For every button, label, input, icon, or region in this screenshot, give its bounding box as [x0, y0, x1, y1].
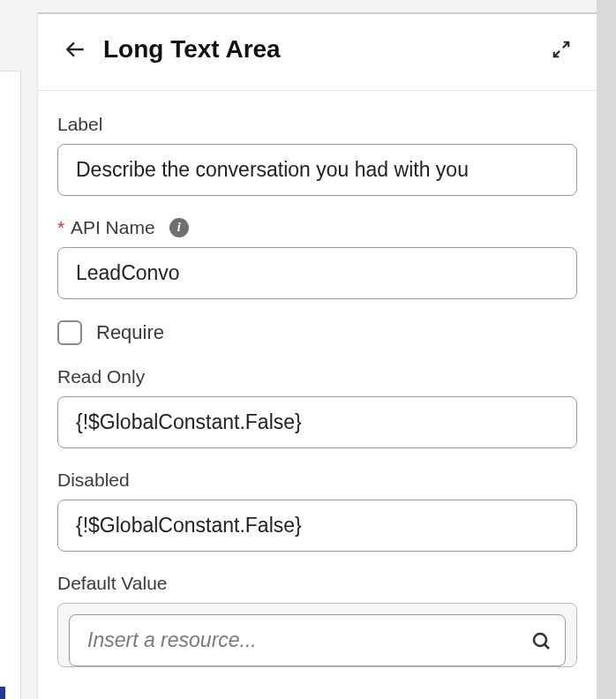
expand-icon [552, 40, 571, 59]
default-value-input-row [69, 614, 566, 666]
api-name-label-text: API Name [71, 217, 155, 237]
require-field-group: Require [57, 320, 577, 345]
require-label: Require [96, 321, 164, 344]
label-field-label: Label [57, 114, 577, 135]
label-input[interactable] [57, 144, 577, 196]
property-panel: Long Text Area Label * API Name i Requir… [37, 12, 597, 699]
require-checkbox[interactable] [57, 320, 82, 345]
readonly-field-label: Read Only [57, 366, 577, 387]
readonly-field-group: Read Only [57, 366, 577, 448]
required-indicator: * [57, 217, 64, 237]
back-button[interactable] [59, 34, 91, 65]
default-value-wrapper [57, 603, 577, 667]
left-blue-accent [0, 687, 5, 699]
left-panel-edge [0, 71, 21, 699]
info-icon[interactable]: i [169, 218, 189, 237]
panel-body: Label * API Name i Require Read Only Dis… [38, 91, 597, 667]
readonly-input[interactable] [57, 396, 577, 448]
disabled-field-label: Disabled [57, 470, 577, 491]
arrow-left-icon [64, 38, 86, 61]
default-value-field-label: Default Value [57, 573, 577, 594]
api-name-field-label: * API Name i [57, 217, 577, 238]
default-value-input[interactable] [69, 614, 566, 666]
label-field-group: Label [57, 114, 577, 196]
disabled-field-group: Disabled [57, 470, 577, 552]
default-value-field-group: Default Value [57, 573, 577, 667]
api-name-input[interactable] [57, 247, 577, 299]
panel-title: Long Text Area [103, 35, 547, 64]
scrollbar-track[interactable] [597, 0, 616, 699]
disabled-input[interactable] [57, 500, 577, 552]
api-name-field-group: * API Name i [57, 217, 577, 299]
expand-button[interactable] [547, 35, 575, 64]
panel-header: Long Text Area [38, 14, 597, 91]
